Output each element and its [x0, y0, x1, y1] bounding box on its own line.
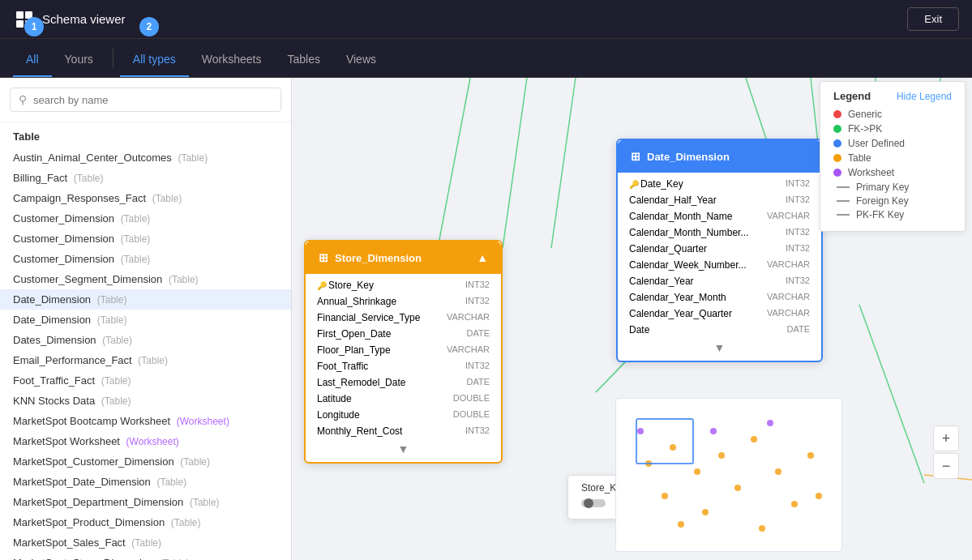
list-item-marketspot-worksheet[interactable]: MarketSpot Worksheet (Worksheet)	[0, 431, 291, 451]
svg-point-12	[584, 498, 593, 508]
list-item-date-dimension-active[interactable]: Date_Dimension (Table)	[0, 289, 291, 310]
svg-point-29	[637, 428, 644, 434]
store-card-collapse-icon[interactable]: ▲	[477, 251, 488, 264]
card-field-row: Date DATE	[618, 322, 821, 338]
tab-all-types[interactable]: All types	[120, 43, 189, 77]
app-title: Schema viewer	[42, 12, 126, 26]
svg-point-25	[807, 452, 814, 459]
svg-point-18	[734, 485, 741, 491]
svg-point-16	[662, 493, 668, 499]
svg-rect-30	[636, 419, 693, 464]
card-field-row: Calendar_Month_Name VARCHAR	[618, 208, 821, 224]
date-card-more-button[interactable]: ▼	[618, 338, 821, 357]
svg-point-21	[751, 436, 757, 442]
svg-point-26	[816, 493, 822, 499]
tab-yours[interactable]: Yours	[52, 43, 106, 77]
svg-point-17	[718, 452, 725, 459]
svg-point-28	[767, 420, 773, 426]
search-input-wrap[interactable]: ⚲	[10, 88, 281, 112]
legend-label-user-defined: User Defined	[848, 138, 905, 149]
list-item[interactable]: MarketSpot_Customer_Dimension (Table)	[0, 451, 291, 472]
legend-label-foreign: Foreign Key	[856, 195, 909, 207]
svg-line-9	[859, 305, 924, 483]
card-field-row: Calendar_Week_Number... VARCHAR	[618, 257, 821, 273]
card-field-row: Financial_Service_Type VARCHAR	[306, 310, 501, 326]
table-icon: ⊞	[319, 251, 328, 264]
list-item[interactable]: Customer_Segment_Dimension (Table)	[0, 269, 291, 289]
svg-point-24	[759, 525, 765, 532]
sidebar-section-table: Table	[0, 122, 291, 147]
search-input[interactable]	[33, 94, 272, 106]
list-item[interactable]: Customer_Dimension (Table)	[0, 208, 291, 229]
list-item-marketspot-bootcamp[interactable]: MarketSpot Bootcamp Worksheet (Worksheet…	[0, 411, 291, 431]
list-item[interactable]: Email_Performance_Fact (Table)	[0, 350, 291, 370]
legend-label-worksheet: Worksheet	[848, 167, 894, 178]
list-item[interactable]: Austin_Animal_Center_Outcomes (Table)	[0, 147, 291, 168]
tabbar: 1 All Yours 2 All types Worksheets Table…	[0, 39, 972, 78]
list-item[interactable]: MarketSpot_Date_Dimension (Table)	[0, 472, 291, 492]
card-field-row: Annual_Shrinkage INT32	[306, 293, 501, 310]
mini-map-svg	[616, 399, 841, 551]
legend-primary-key: Primary Key	[833, 182, 952, 193]
tab-views[interactable]: Views	[333, 43, 389, 77]
sidebar: ⚲ Table Austin_Animal_Center_Outcomes (T…	[0, 78, 292, 560]
legend-hide-button[interactable]: Hide Legend	[897, 91, 952, 102]
mini-map-inner	[616, 399, 841, 551]
zoom-out-button[interactable]: −	[933, 453, 959, 479]
legend-item-table: Table	[833, 152, 952, 164]
legend-label-pkfk: PK-FK Key	[856, 209, 904, 220]
list-item[interactable]: MarketSpot_Department_Dimension (Table)	[0, 492, 291, 512]
svg-point-15	[694, 468, 700, 475]
card-field-row: Calendar_Year INT32	[618, 273, 821, 289]
list-item[interactable]: KNN Stocks Data (Table)	[0, 391, 291, 411]
toggle-icon[interactable]	[581, 497, 606, 510]
legend-label-primary: Primary Key	[856, 182, 909, 193]
tab-all[interactable]: All	[13, 43, 52, 77]
svg-point-20	[678, 521, 684, 528]
date-card-title: Date_Dimension	[647, 151, 730, 163]
card-field-row: 🔑Store_Key INT32	[306, 277, 501, 293]
legend-panel: Legend Hide Legend Generic FK->PK User D…	[820, 81, 966, 232]
list-item[interactable]: Date_Dimension (Table)	[0, 310, 291, 330]
schema-canvas[interactable]: ⊞ Store_Dimension ▲ 🔑Store_Key INT32 Ann…	[292, 78, 972, 560]
list-item[interactable]: Foot_Traffic_Fact (Table)	[0, 370, 291, 391]
card-more-button[interactable]: ▼	[306, 439, 501, 459]
zoom-in-button[interactable]: +	[933, 425, 959, 451]
list-item[interactable]: Customer_Dimension (Table)	[0, 229, 291, 249]
step-2-bubble: 2	[139, 17, 159, 36]
legend-dot-fkpk	[833, 125, 841, 133]
svg-point-19	[702, 509, 709, 515]
tab-worksheets[interactable]: Worksheets	[189, 43, 275, 77]
legend-label-fkpk: FK->PK	[848, 123, 882, 135]
legend-dot-user-defined	[833, 139, 841, 147]
list-item[interactable]: Campaign_Responses_Fact (Table)	[0, 188, 291, 208]
svg-point-27	[710, 428, 717, 434]
list-item[interactable]: Dates_Dimension (Table)	[0, 330, 291, 350]
card-field-row: Monthly_Rent_Cost INT32	[306, 423, 501, 439]
date-card-body: 🔑Date_Key INT32 Calendar_Half_Year INT32…	[618, 173, 821, 361]
zoom-controls: + −	[933, 425, 959, 479]
card-field-row: First_Open_Date DATE	[306, 326, 501, 342]
list-item[interactable]: MarketSpot_Product_Dimension (Table)	[0, 512, 291, 532]
svg-line-1	[503, 78, 527, 248]
card-field-row: Calendar_Year_Quarter VARCHAR	[618, 306, 821, 322]
tab-tables[interactable]: Tables	[274, 43, 332, 77]
svg-point-22	[775, 468, 781, 475]
date-dimension-card[interactable]: ⊞ Date_Dimension 🔑Date_Key INT32 Calenda…	[616, 139, 823, 362]
list-item[interactable]: Billing_Fact (Table)	[0, 168, 291, 188]
search-box: ⚲	[0, 78, 291, 122]
legend-label-table: Table	[848, 152, 871, 164]
card-field-row: Last_Remodel_Date DATE	[306, 374, 501, 391]
store-dimension-card[interactable]: ⊞ Store_Dimension ▲ 🔑Store_Key INT32 Ann…	[304, 240, 503, 464]
card-field-row: 🔑Date_Key INT32	[618, 176, 821, 192]
exit-button[interactable]: Exit	[907, 7, 959, 31]
date-card-header: ⊞ Date_Dimension	[618, 140, 821, 173]
legend-item-fkpk: FK->PK	[833, 123, 952, 135]
list-item[interactable]: MarketSpot_Store_Dimension (Table)	[0, 553, 291, 560]
legend-item-generic: Generic	[833, 109, 952, 120]
main-layout: ⚲ Table Austin_Animal_Center_Outcomes (T…	[0, 78, 972, 560]
card-field-row: Longitude DOUBLE	[306, 407, 501, 423]
list-item[interactable]: Customer_Dimension (Table)	[0, 249, 291, 269]
list-item[interactable]: MarketSpot_Sales_Fact (Table)	[0, 532, 291, 553]
legend-dot-worksheet	[833, 169, 841, 177]
